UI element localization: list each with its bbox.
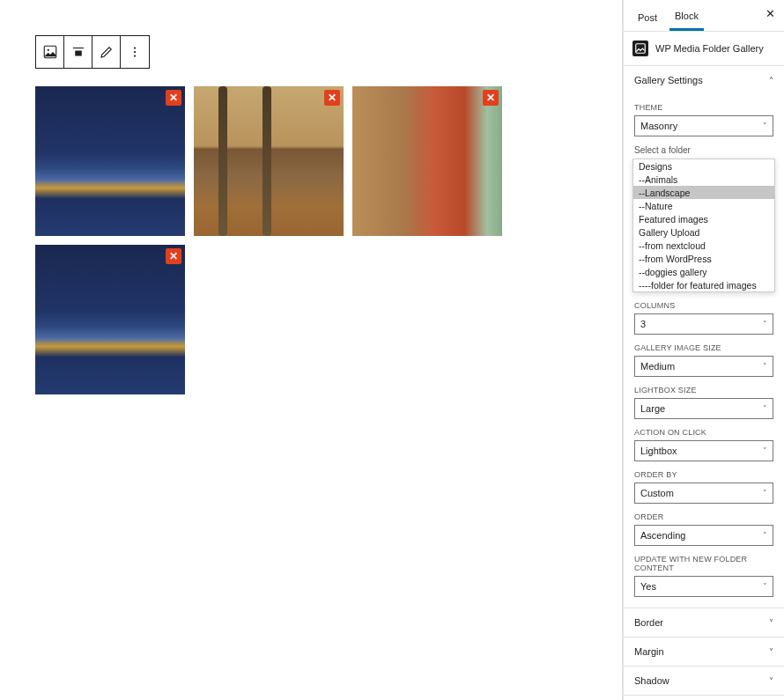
folder-option[interactable]: --from nextcloud: [633, 239, 774, 252]
chevron-down-icon: ˅: [763, 122, 767, 130]
update-new-content-value: Yes: [640, 581, 656, 592]
pencil-icon: [99, 44, 115, 60]
panel-border: Border ˅: [624, 608, 784, 637]
tab-block[interactable]: Block: [669, 7, 704, 31]
panel-shadow: Shadow ˅: [624, 667, 784, 696]
folder-option[interactable]: --Animals: [633, 173, 774, 186]
more-vertical-icon: [127, 44, 143, 60]
theme-value: Masonry: [640, 121, 677, 131]
panel-head-margin[interactable]: Margin ˅: [624, 637, 784, 666]
folder-option[interactable]: --from WordPress: [633, 252, 774, 265]
gallery-thumbnail: [35, 245, 185, 394]
update-new-content-label: UPDATE WITH NEW FOLDER CONTENT: [634, 555, 773, 572]
panel-title: Gallery Settings: [634, 75, 703, 85]
columns-select[interactable]: 3 ˅: [634, 313, 773, 335]
gallery-thumbnail: [35, 86, 185, 236]
chevron-down-icon: ˅: [763, 531, 767, 540]
close-sidebar-button[interactable]: ✕: [766, 7, 775, 20]
gallery-thumbnail: [194, 86, 344, 236]
align-icon: [70, 44, 86, 60]
theme-select[interactable]: Masonry ˅: [634, 115, 773, 136]
folder-option[interactable]: Designs: [633, 159, 774, 173]
toolbar-more-button[interactable]: [121, 36, 149, 68]
svg-point-4: [134, 47, 136, 48]
settings-sidebar: Post Block ✕ WP Media Folder Gallery Gal…: [623, 0, 784, 700]
toolbar-align-button[interactable]: [64, 36, 92, 68]
folder-dropdown[interactable]: Designs--Animals--Landscape--NatureFeatu…: [632, 158, 775, 292]
gallery-item[interactable]: ✕: [35, 245, 185, 394]
gallery-item[interactable]: ✕: [352, 86, 502, 236]
panel-body-gallery-settings: THEME Masonry ˅ Select a folder Designs-…: [624, 103, 784, 608]
gallery-item[interactable]: ✕: [35, 86, 185, 236]
folder-option[interactable]: --Landscape: [633, 186, 774, 199]
chevron-down-icon: ˅: [763, 320, 767, 328]
close-icon: ✕: [766, 7, 775, 20]
remove-image-button[interactable]: ✕: [324, 90, 340, 106]
panel-head-shadow[interactable]: Shadow ˅: [624, 667, 784, 695]
panel-margin: Margin ˅: [624, 637, 784, 667]
close-icon: ✕: [169, 92, 178, 104]
columns-label: COLUMNS: [634, 301, 773, 310]
action-on-click-select[interactable]: Lightbox ˅: [634, 440, 773, 461]
panel-head-gallery-settings[interactable]: Gallery Settings ˄: [624, 66, 784, 94]
close-icon: ✕: [328, 92, 337, 104]
svg-point-1: [47, 49, 48, 51]
svg-point-6: [134, 55, 136, 56]
svg-point-5: [134, 51, 136, 53]
chevron-down-icon: ˅: [763, 404, 767, 413]
svg-rect-3: [75, 51, 82, 56]
chevron-down-icon: ˅: [769, 647, 773, 657]
order-value: Ascending: [640, 530, 685, 541]
image-block-icon: [42, 44, 58, 60]
sidebar-tabs: Post Block ✕: [624, 0, 784, 32]
block-title: WP Media Folder Gallery: [655, 43, 764, 54]
editor-canvas: ✕✕✕✕: [0, 0, 623, 700]
panel-title: Margin: [634, 646, 664, 657]
action-on-click-value: Lightbox: [640, 446, 677, 456]
panel-head-advanced[interactable]: Advanced ˅: [624, 696, 784, 700]
lightbox-size-label: LIGHTBOX SIZE: [634, 386, 773, 394]
order-label: ORDER: [634, 512, 773, 521]
image-size-label: GALLERY IMAGE SIZE: [634, 343, 773, 352]
update-new-content-select[interactable]: Yes ˅: [634, 576, 773, 597]
tab-post[interactable]: Post: [632, 9, 662, 30]
remove-image-button[interactable]: ✕: [166, 90, 181, 106]
gallery-block-icon: [632, 41, 648, 56]
order-by-select[interactable]: Custom ˅: [634, 483, 773, 504]
panel-head-border[interactable]: Border ˅: [624, 608, 784, 637]
remove-image-button[interactable]: ✕: [483, 90, 499, 106]
chevron-down-icon: ˅: [763, 489, 767, 497]
panel-title: Shadow: [634, 675, 669, 686]
remove-image-button[interactable]: ✕: [166, 248, 181, 264]
order-select[interactable]: Ascending ˅: [634, 525, 773, 546]
order-by-label: ORDER BY: [634, 470, 773, 479]
close-icon: ✕: [169, 250, 178, 262]
panel-advanced: Advanced ˅: [624, 696, 784, 700]
toolbar-block-type-button[interactable]: [36, 36, 64, 68]
gallery-item[interactable]: ✕: [194, 86, 344, 236]
folder-option[interactable]: --Nature: [633, 199, 774, 212]
folder-option[interactable]: --doggies gallery: [633, 265, 774, 278]
lightbox-size-value: Large: [640, 403, 665, 414]
block-header: WP Media Folder Gallery: [624, 32, 784, 66]
toolbar-edit-button[interactable]: [92, 36, 121, 68]
chevron-down-icon: ˅: [763, 362, 767, 371]
select-folder-label: Select a folder: [634, 145, 773, 155]
folder-option[interactable]: ----folder for featured images: [633, 278, 774, 291]
image-size-select[interactable]: Medium ˅: [634, 356, 773, 377]
panel-gallery-settings: Gallery Settings ˄ THEME Masonry ˅ Selec…: [624, 66, 784, 608]
gallery-thumbnail: [352, 86, 502, 236]
lightbox-size-select[interactable]: Large ˅: [634, 398, 773, 419]
close-icon: ✕: [486, 92, 495, 104]
folder-option[interactable]: Featured images: [633, 212, 774, 225]
svg-rect-7: [636, 44, 646, 54]
image-size-value: Medium: [640, 361, 675, 372]
panel-title: Border: [634, 617, 663, 628]
chevron-down-icon: ˅: [769, 676, 773, 686]
chevron-down-icon: ˅: [763, 446, 767, 455]
columns-value: 3: [640, 319, 646, 329]
chevron-up-icon: ˄: [769, 76, 773, 85]
block-toolbar: [35, 35, 150, 69]
theme-label: THEME: [634, 103, 773, 112]
folder-option[interactable]: Gallery Upload: [633, 225, 774, 239]
